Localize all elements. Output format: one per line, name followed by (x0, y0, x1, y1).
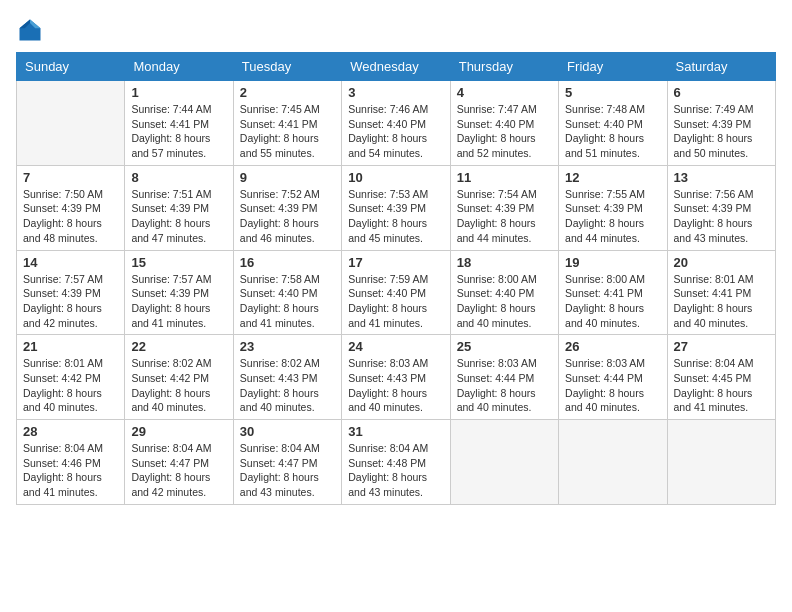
day-info: Sunrise: 7:47 AM Sunset: 4:40 PM Dayligh… (457, 102, 552, 161)
day-info: Sunrise: 8:04 AM Sunset: 4:46 PM Dayligh… (23, 441, 118, 500)
day-info: Sunrise: 7:46 AM Sunset: 4:40 PM Dayligh… (348, 102, 443, 161)
day-info: Sunrise: 7:54 AM Sunset: 4:39 PM Dayligh… (457, 187, 552, 246)
calendar-cell: 10Sunrise: 7:53 AM Sunset: 4:39 PM Dayli… (342, 165, 450, 250)
day-number: 14 (23, 255, 118, 270)
day-number: 16 (240, 255, 335, 270)
calendar-cell: 31Sunrise: 8:04 AM Sunset: 4:48 PM Dayli… (342, 420, 450, 505)
calendar-cell: 26Sunrise: 8:03 AM Sunset: 4:44 PM Dayli… (559, 335, 667, 420)
calendar-cell: 11Sunrise: 7:54 AM Sunset: 4:39 PM Dayli… (450, 165, 558, 250)
day-number: 15 (131, 255, 226, 270)
day-number: 18 (457, 255, 552, 270)
day-info: Sunrise: 8:04 AM Sunset: 4:47 PM Dayligh… (240, 441, 335, 500)
day-number: 19 (565, 255, 660, 270)
calendar-cell: 4Sunrise: 7:47 AM Sunset: 4:40 PM Daylig… (450, 81, 558, 166)
day-info: Sunrise: 8:00 AM Sunset: 4:41 PM Dayligh… (565, 272, 660, 331)
day-number: 23 (240, 339, 335, 354)
calendar-week-row: 14Sunrise: 7:57 AM Sunset: 4:39 PM Dayli… (17, 250, 776, 335)
day-number: 31 (348, 424, 443, 439)
day-number: 11 (457, 170, 552, 185)
day-number: 9 (240, 170, 335, 185)
day-number: 4 (457, 85, 552, 100)
day-number: 20 (674, 255, 769, 270)
day-number: 5 (565, 85, 660, 100)
calendar-cell: 18Sunrise: 8:00 AM Sunset: 4:40 PM Dayli… (450, 250, 558, 335)
day-info: Sunrise: 8:03 AM Sunset: 4:44 PM Dayligh… (565, 356, 660, 415)
logo (16, 16, 48, 44)
day-info: Sunrise: 7:45 AM Sunset: 4:41 PM Dayligh… (240, 102, 335, 161)
day-number: 24 (348, 339, 443, 354)
day-info: Sunrise: 8:04 AM Sunset: 4:48 PM Dayligh… (348, 441, 443, 500)
calendar-cell: 25Sunrise: 8:03 AM Sunset: 4:44 PM Dayli… (450, 335, 558, 420)
calendar-cell: 13Sunrise: 7:56 AM Sunset: 4:39 PM Dayli… (667, 165, 775, 250)
day-info: Sunrise: 8:01 AM Sunset: 4:41 PM Dayligh… (674, 272, 769, 331)
day-info: Sunrise: 8:01 AM Sunset: 4:42 PM Dayligh… (23, 356, 118, 415)
weekday-header: Sunday (17, 53, 125, 81)
day-number: 12 (565, 170, 660, 185)
weekday-header: Monday (125, 53, 233, 81)
day-info: Sunrise: 7:55 AM Sunset: 4:39 PM Dayligh… (565, 187, 660, 246)
day-info: Sunrise: 7:52 AM Sunset: 4:39 PM Dayligh… (240, 187, 335, 246)
day-number: 22 (131, 339, 226, 354)
calendar-cell: 7Sunrise: 7:50 AM Sunset: 4:39 PM Daylig… (17, 165, 125, 250)
day-number: 26 (565, 339, 660, 354)
day-info: Sunrise: 7:58 AM Sunset: 4:40 PM Dayligh… (240, 272, 335, 331)
calendar-cell: 2Sunrise: 7:45 AM Sunset: 4:41 PM Daylig… (233, 81, 341, 166)
day-info: Sunrise: 7:53 AM Sunset: 4:39 PM Dayligh… (348, 187, 443, 246)
day-number: 13 (674, 170, 769, 185)
calendar-cell: 15Sunrise: 7:57 AM Sunset: 4:39 PM Dayli… (125, 250, 233, 335)
day-number: 30 (240, 424, 335, 439)
day-info: Sunrise: 8:02 AM Sunset: 4:43 PM Dayligh… (240, 356, 335, 415)
day-number: 29 (131, 424, 226, 439)
calendar-cell: 9Sunrise: 7:52 AM Sunset: 4:39 PM Daylig… (233, 165, 341, 250)
header-row: SundayMondayTuesdayWednesdayThursdayFrid… (17, 53, 776, 81)
day-info: Sunrise: 7:49 AM Sunset: 4:39 PM Dayligh… (674, 102, 769, 161)
calendar-cell (559, 420, 667, 505)
day-info: Sunrise: 7:48 AM Sunset: 4:40 PM Dayligh… (565, 102, 660, 161)
day-number: 1 (131, 85, 226, 100)
calendar-cell: 30Sunrise: 8:04 AM Sunset: 4:47 PM Dayli… (233, 420, 341, 505)
calendar-cell: 29Sunrise: 8:04 AM Sunset: 4:47 PM Dayli… (125, 420, 233, 505)
day-number: 28 (23, 424, 118, 439)
calendar-cell: 6Sunrise: 7:49 AM Sunset: 4:39 PM Daylig… (667, 81, 775, 166)
calendar-cell: 14Sunrise: 7:57 AM Sunset: 4:39 PM Dayli… (17, 250, 125, 335)
day-number: 27 (674, 339, 769, 354)
calendar-cell (667, 420, 775, 505)
calendar-cell: 22Sunrise: 8:02 AM Sunset: 4:42 PM Dayli… (125, 335, 233, 420)
calendar-cell: 17Sunrise: 7:59 AM Sunset: 4:40 PM Dayli… (342, 250, 450, 335)
calendar-cell: 3Sunrise: 7:46 AM Sunset: 4:40 PM Daylig… (342, 81, 450, 166)
calendar-cell: 27Sunrise: 8:04 AM Sunset: 4:45 PM Dayli… (667, 335, 775, 420)
weekday-header: Saturday (667, 53, 775, 81)
calendar-cell: 1Sunrise: 7:44 AM Sunset: 4:41 PM Daylig… (125, 81, 233, 166)
calendar-week-row: 28Sunrise: 8:04 AM Sunset: 4:46 PM Dayli… (17, 420, 776, 505)
calendar-week-row: 7Sunrise: 7:50 AM Sunset: 4:39 PM Daylig… (17, 165, 776, 250)
day-number: 25 (457, 339, 552, 354)
calendar-cell: 5Sunrise: 7:48 AM Sunset: 4:40 PM Daylig… (559, 81, 667, 166)
calendar-week-row: 1Sunrise: 7:44 AM Sunset: 4:41 PM Daylig… (17, 81, 776, 166)
calendar-cell: 28Sunrise: 8:04 AM Sunset: 4:46 PM Dayli… (17, 420, 125, 505)
day-info: Sunrise: 7:57 AM Sunset: 4:39 PM Dayligh… (23, 272, 118, 331)
weekday-header: Wednesday (342, 53, 450, 81)
day-number: 2 (240, 85, 335, 100)
day-number: 3 (348, 85, 443, 100)
calendar-cell: 21Sunrise: 8:01 AM Sunset: 4:42 PM Dayli… (17, 335, 125, 420)
calendar-table: SundayMondayTuesdayWednesdayThursdayFrid… (16, 52, 776, 505)
calendar-cell (450, 420, 558, 505)
calendar-cell: 8Sunrise: 7:51 AM Sunset: 4:39 PM Daylig… (125, 165, 233, 250)
day-number: 7 (23, 170, 118, 185)
day-number: 6 (674, 85, 769, 100)
day-info: Sunrise: 7:57 AM Sunset: 4:39 PM Dayligh… (131, 272, 226, 331)
day-number: 8 (131, 170, 226, 185)
day-info: Sunrise: 7:56 AM Sunset: 4:39 PM Dayligh… (674, 187, 769, 246)
calendar-cell: 12Sunrise: 7:55 AM Sunset: 4:39 PM Dayli… (559, 165, 667, 250)
weekday-header: Tuesday (233, 53, 341, 81)
calendar-cell (17, 81, 125, 166)
day-info: Sunrise: 8:04 AM Sunset: 4:45 PM Dayligh… (674, 356, 769, 415)
day-info: Sunrise: 8:03 AM Sunset: 4:44 PM Dayligh… (457, 356, 552, 415)
logo-icon (16, 16, 44, 44)
calendar-cell: 24Sunrise: 8:03 AM Sunset: 4:43 PM Dayli… (342, 335, 450, 420)
day-info: Sunrise: 8:00 AM Sunset: 4:40 PM Dayligh… (457, 272, 552, 331)
calendar-header: SundayMondayTuesdayWednesdayThursdayFrid… (17, 53, 776, 81)
calendar-cell: 20Sunrise: 8:01 AM Sunset: 4:41 PM Dayli… (667, 250, 775, 335)
day-info: Sunrise: 7:50 AM Sunset: 4:39 PM Dayligh… (23, 187, 118, 246)
calendar-cell: 16Sunrise: 7:58 AM Sunset: 4:40 PM Dayli… (233, 250, 341, 335)
